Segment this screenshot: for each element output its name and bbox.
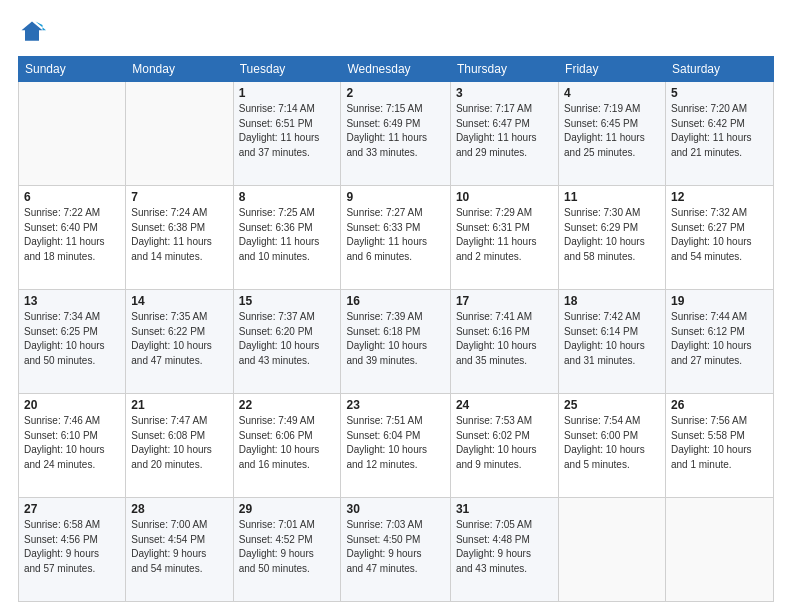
calendar-table: SundayMondayTuesdayWednesdayThursdayFrid… xyxy=(18,56,774,602)
day-info: Sunrise: 7:00 AM Sunset: 4:54 PM Dayligh… xyxy=(131,518,227,576)
calendar-cell: 16Sunrise: 7:39 AM Sunset: 6:18 PM Dayli… xyxy=(341,290,450,394)
day-info: Sunrise: 7:17 AM Sunset: 6:47 PM Dayligh… xyxy=(456,102,553,160)
day-number: 17 xyxy=(456,294,553,308)
calendar-cell: 18Sunrise: 7:42 AM Sunset: 6:14 PM Dayli… xyxy=(559,290,666,394)
logo-icon xyxy=(18,18,46,46)
calendar-cell: 14Sunrise: 7:35 AM Sunset: 6:22 PM Dayli… xyxy=(126,290,233,394)
day-number: 14 xyxy=(131,294,227,308)
day-number: 31 xyxy=(456,502,553,516)
weekday-header-tuesday: Tuesday xyxy=(233,57,341,82)
day-number: 19 xyxy=(671,294,768,308)
calendar-cell xyxy=(19,82,126,186)
day-info: Sunrise: 7:41 AM Sunset: 6:16 PM Dayligh… xyxy=(456,310,553,368)
day-info: Sunrise: 7:01 AM Sunset: 4:52 PM Dayligh… xyxy=(239,518,336,576)
calendar-cell: 23Sunrise: 7:51 AM Sunset: 6:04 PM Dayli… xyxy=(341,394,450,498)
calendar-cell: 11Sunrise: 7:30 AM Sunset: 6:29 PM Dayli… xyxy=(559,186,666,290)
day-info: Sunrise: 7:35 AM Sunset: 6:22 PM Dayligh… xyxy=(131,310,227,368)
calendar-cell: 4Sunrise: 7:19 AM Sunset: 6:45 PM Daylig… xyxy=(559,82,666,186)
calendar-cell: 9Sunrise: 7:27 AM Sunset: 6:33 PM Daylig… xyxy=(341,186,450,290)
day-info: Sunrise: 7:47 AM Sunset: 6:08 PM Dayligh… xyxy=(131,414,227,472)
calendar-body: 1Sunrise: 7:14 AM Sunset: 6:51 PM Daylig… xyxy=(19,82,774,602)
calendar-cell: 29Sunrise: 7:01 AM Sunset: 4:52 PM Dayli… xyxy=(233,498,341,602)
weekday-header-thursday: Thursday xyxy=(450,57,558,82)
day-number: 7 xyxy=(131,190,227,204)
day-info: Sunrise: 7:03 AM Sunset: 4:50 PM Dayligh… xyxy=(346,518,444,576)
day-info: Sunrise: 7:32 AM Sunset: 6:27 PM Dayligh… xyxy=(671,206,768,264)
calendar-cell xyxy=(126,82,233,186)
day-number: 22 xyxy=(239,398,336,412)
day-number: 11 xyxy=(564,190,660,204)
day-number: 16 xyxy=(346,294,444,308)
weekday-header-sunday: Sunday xyxy=(19,57,126,82)
day-number: 29 xyxy=(239,502,336,516)
calendar-week-2: 6Sunrise: 7:22 AM Sunset: 6:40 PM Daylig… xyxy=(19,186,774,290)
day-info: Sunrise: 7:29 AM Sunset: 6:31 PM Dayligh… xyxy=(456,206,553,264)
calendar-cell: 3Sunrise: 7:17 AM Sunset: 6:47 PM Daylig… xyxy=(450,82,558,186)
day-info: Sunrise: 7:34 AM Sunset: 6:25 PM Dayligh… xyxy=(24,310,120,368)
weekday-header-friday: Friday xyxy=(559,57,666,82)
weekday-header-saturday: Saturday xyxy=(665,57,773,82)
day-number: 10 xyxy=(456,190,553,204)
day-info: Sunrise: 7:46 AM Sunset: 6:10 PM Dayligh… xyxy=(24,414,120,472)
calendar-cell: 28Sunrise: 7:00 AM Sunset: 4:54 PM Dayli… xyxy=(126,498,233,602)
calendar-cell: 31Sunrise: 7:05 AM Sunset: 4:48 PM Dayli… xyxy=(450,498,558,602)
day-info: Sunrise: 7:22 AM Sunset: 6:40 PM Dayligh… xyxy=(24,206,120,264)
weekday-header-monday: Monday xyxy=(126,57,233,82)
calendar-cell: 22Sunrise: 7:49 AM Sunset: 6:06 PM Dayli… xyxy=(233,394,341,498)
day-info: Sunrise: 7:53 AM Sunset: 6:02 PM Dayligh… xyxy=(456,414,553,472)
calendar-cell: 25Sunrise: 7:54 AM Sunset: 6:00 PM Dayli… xyxy=(559,394,666,498)
calendar-cell: 12Sunrise: 7:32 AM Sunset: 6:27 PM Dayli… xyxy=(665,186,773,290)
day-number: 24 xyxy=(456,398,553,412)
calendar-cell: 8Sunrise: 7:25 AM Sunset: 6:36 PM Daylig… xyxy=(233,186,341,290)
day-number: 15 xyxy=(239,294,336,308)
calendar-cell: 13Sunrise: 7:34 AM Sunset: 6:25 PM Dayli… xyxy=(19,290,126,394)
calendar-cell xyxy=(559,498,666,602)
day-number: 20 xyxy=(24,398,120,412)
day-info: Sunrise: 7:30 AM Sunset: 6:29 PM Dayligh… xyxy=(564,206,660,264)
day-info: Sunrise: 7:56 AM Sunset: 5:58 PM Dayligh… xyxy=(671,414,768,472)
calendar-cell: 30Sunrise: 7:03 AM Sunset: 4:50 PM Dayli… xyxy=(341,498,450,602)
day-info: Sunrise: 7:20 AM Sunset: 6:42 PM Dayligh… xyxy=(671,102,768,160)
day-number: 8 xyxy=(239,190,336,204)
day-info: Sunrise: 7:15 AM Sunset: 6:49 PM Dayligh… xyxy=(346,102,444,160)
calendar-cell: 17Sunrise: 7:41 AM Sunset: 6:16 PM Dayli… xyxy=(450,290,558,394)
day-info: Sunrise: 7:54 AM Sunset: 6:00 PM Dayligh… xyxy=(564,414,660,472)
day-number: 1 xyxy=(239,86,336,100)
calendar-cell xyxy=(665,498,773,602)
day-info: Sunrise: 7:19 AM Sunset: 6:45 PM Dayligh… xyxy=(564,102,660,160)
calendar-week-4: 20Sunrise: 7:46 AM Sunset: 6:10 PM Dayli… xyxy=(19,394,774,498)
calendar-cell: 1Sunrise: 7:14 AM Sunset: 6:51 PM Daylig… xyxy=(233,82,341,186)
day-info: Sunrise: 7:27 AM Sunset: 6:33 PM Dayligh… xyxy=(346,206,444,264)
weekday-header-wednesday: Wednesday xyxy=(341,57,450,82)
calendar-cell: 19Sunrise: 7:44 AM Sunset: 6:12 PM Dayli… xyxy=(665,290,773,394)
day-info: Sunrise: 7:44 AM Sunset: 6:12 PM Dayligh… xyxy=(671,310,768,368)
calendar-cell: 2Sunrise: 7:15 AM Sunset: 6:49 PM Daylig… xyxy=(341,82,450,186)
day-info: Sunrise: 7:14 AM Sunset: 6:51 PM Dayligh… xyxy=(239,102,336,160)
day-number: 25 xyxy=(564,398,660,412)
calendar-cell: 24Sunrise: 7:53 AM Sunset: 6:02 PM Dayli… xyxy=(450,394,558,498)
calendar-cell: 7Sunrise: 7:24 AM Sunset: 6:38 PM Daylig… xyxy=(126,186,233,290)
day-info: Sunrise: 7:37 AM Sunset: 6:20 PM Dayligh… xyxy=(239,310,336,368)
day-number: 3 xyxy=(456,86,553,100)
header xyxy=(18,18,774,46)
logo xyxy=(18,18,50,46)
day-number: 27 xyxy=(24,502,120,516)
day-info: Sunrise: 7:49 AM Sunset: 6:06 PM Dayligh… xyxy=(239,414,336,472)
calendar-cell: 6Sunrise: 7:22 AM Sunset: 6:40 PM Daylig… xyxy=(19,186,126,290)
day-number: 13 xyxy=(24,294,120,308)
day-info: Sunrise: 7:05 AM Sunset: 4:48 PM Dayligh… xyxy=(456,518,553,576)
calendar-cell: 10Sunrise: 7:29 AM Sunset: 6:31 PM Dayli… xyxy=(450,186,558,290)
day-number: 30 xyxy=(346,502,444,516)
calendar-cell: 26Sunrise: 7:56 AM Sunset: 5:58 PM Dayli… xyxy=(665,394,773,498)
day-number: 12 xyxy=(671,190,768,204)
day-number: 18 xyxy=(564,294,660,308)
calendar-cell: 27Sunrise: 6:58 AM Sunset: 4:56 PM Dayli… xyxy=(19,498,126,602)
day-info: Sunrise: 7:42 AM Sunset: 6:14 PM Dayligh… xyxy=(564,310,660,368)
day-number: 6 xyxy=(24,190,120,204)
weekday-header-row: SundayMondayTuesdayWednesdayThursdayFrid… xyxy=(19,57,774,82)
day-number: 9 xyxy=(346,190,444,204)
calendar-week-1: 1Sunrise: 7:14 AM Sunset: 6:51 PM Daylig… xyxy=(19,82,774,186)
day-number: 2 xyxy=(346,86,444,100)
day-number: 23 xyxy=(346,398,444,412)
calendar-cell: 21Sunrise: 7:47 AM Sunset: 6:08 PM Dayli… xyxy=(126,394,233,498)
